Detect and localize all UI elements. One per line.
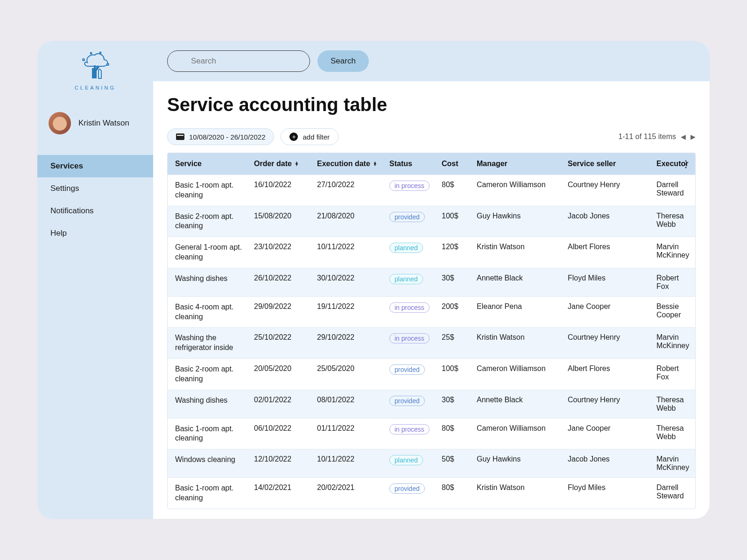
th-status[interactable]: Status bbox=[385, 153, 437, 175]
cell-execution-date: 21/08/2020 bbox=[312, 206, 385, 237]
cell-status: planned bbox=[385, 268, 437, 296]
cell-executor: Marvin McKinney bbox=[652, 449, 695, 477]
topbar: Search bbox=[153, 41, 710, 81]
search-button[interactable]: Search bbox=[317, 50, 369, 72]
th-manager[interactable]: Manager bbox=[472, 153, 563, 175]
search-input[interactable] bbox=[167, 50, 310, 72]
th-execution-date-label: Execution date bbox=[317, 160, 370, 168]
cell-execution-date: 08/01/2022 bbox=[312, 390, 385, 418]
cell-manager: Cameron Williamson bbox=[472, 359, 563, 390]
cell-execution-date: 27/10/2022 bbox=[312, 175, 385, 206]
th-seller[interactable]: Service seller bbox=[563, 153, 652, 175]
cell-manager: Cameron Williamson bbox=[472, 419, 563, 449]
th-cost[interactable]: Cost bbox=[437, 153, 472, 175]
cell-service: Washing dishes bbox=[168, 268, 249, 296]
current-user[interactable]: Kristin Watson bbox=[37, 95, 153, 146]
cell-cost: 80$ bbox=[437, 478, 472, 509]
table-row[interactable]: Basic 1-room apt. cleaning06/10/202201/1… bbox=[168, 418, 695, 449]
app-window: CLEANING Kristin Watson ServicesSettings… bbox=[37, 41, 710, 519]
search-wrap bbox=[167, 50, 310, 72]
cell-status: in process bbox=[385, 297, 437, 328]
cleaning-logo-icon bbox=[78, 51, 113, 83]
cell-service: Basic 1-room apt. cleaning bbox=[168, 419, 249, 449]
cell-execution-date: 30/10/2022 bbox=[312, 268, 385, 296]
sort-icon: ▲▼ bbox=[373, 161, 377, 166]
cell-seller: Courtney Henry bbox=[563, 390, 652, 418]
toolbar: 10/08/2020 - 26/10/2022 + add filter 1-1… bbox=[167, 128, 696, 145]
table-row[interactable]: Washing the refrigerator inside25/10/202… bbox=[168, 327, 695, 358]
sidebar-item-help[interactable]: Help bbox=[37, 222, 153, 245]
pagination-summary: 1-11 of 115 items bbox=[618, 133, 676, 141]
toolbar-left: 10/08/2020 - 26/10/2022 + add filter bbox=[167, 128, 338, 145]
cell-service: Washing dishes bbox=[168, 390, 249, 418]
table-row[interactable]: Basic 2-room apt. cleaning20/05/202025/0… bbox=[168, 358, 695, 390]
cell-service: Basic 4-room apt. cleaning bbox=[168, 297, 249, 328]
cell-executor: Theresa Webb bbox=[652, 419, 695, 449]
date-range-filter[interactable]: 10/08/2020 - 26/10/2022 bbox=[167, 128, 274, 145]
logo: CLEANING bbox=[37, 41, 153, 95]
cell-executor: Bessie Cooper bbox=[652, 297, 695, 328]
service-table: Service Order date ▲▼ Execution date ▲▼ … bbox=[167, 153, 696, 509]
cell-seller: Albert Flores bbox=[563, 237, 652, 268]
cell-status: planned bbox=[385, 449, 437, 477]
sidebar-item-notifications[interactable]: Notifications bbox=[37, 200, 153, 222]
table-row[interactable]: Windows cleaning12/10/202210/11/2022plan… bbox=[168, 449, 695, 477]
table-row[interactable]: Washing dishes26/10/202230/10/2022planne… bbox=[168, 268, 695, 296]
cell-manager: Guy Hawkins bbox=[472, 449, 563, 477]
cell-service: Washing the refrigerator inside bbox=[168, 328, 249, 358]
cell-order-date: 20/05/2020 bbox=[249, 359, 312, 390]
cell-seller: Jacob Jones bbox=[563, 206, 652, 237]
table-row[interactable]: Basic 1-room apt. cleaning14/02/202120/0… bbox=[168, 477, 695, 509]
table-row[interactable]: Basic 4-room apt. cleaning29/09/202219/1… bbox=[168, 296, 695, 328]
cell-service: Basic 1-room apt. cleaning bbox=[168, 175, 249, 206]
table-row[interactable]: Basic 2-room apt. cleaning15/08/202021/0… bbox=[168, 206, 695, 237]
svg-point-2 bbox=[91, 53, 92, 54]
cell-service: General 1-room apt. cleaning bbox=[168, 237, 249, 268]
table-more-icon[interactable]: ⋮ bbox=[681, 158, 690, 169]
status-badge: planned bbox=[389, 243, 423, 253]
cell-manager: Kristin Watson bbox=[472, 328, 563, 358]
svg-point-0 bbox=[83, 59, 85, 61]
th-service[interactable]: Service bbox=[168, 153, 249, 175]
cell-executor: Robert Fox bbox=[652, 359, 695, 390]
status-badge: in process bbox=[389, 333, 430, 343]
sidebar-item-services[interactable]: Services bbox=[37, 155, 153, 177]
calendar-icon bbox=[176, 133, 184, 140]
cell-execution-date: 10/11/2022 bbox=[312, 449, 385, 477]
sort-icon: ▲▼ bbox=[295, 161, 299, 166]
cell-status: in process bbox=[385, 175, 437, 206]
table-row[interactable]: General 1-room apt. cleaning23/10/202210… bbox=[168, 237, 695, 268]
cell-cost: 200$ bbox=[437, 297, 472, 328]
cell-order-date: 15/08/2020 bbox=[249, 206, 312, 237]
status-badge: provided bbox=[389, 483, 425, 494]
user-name: Kristin Watson bbox=[78, 119, 129, 128]
cell-status: provided bbox=[385, 390, 437, 418]
sidebar-item-settings[interactable]: Settings bbox=[37, 177, 153, 200]
cell-execution-date: 29/10/2022 bbox=[312, 328, 385, 358]
cell-order-date: 29/09/2022 bbox=[249, 297, 312, 328]
cell-service: Basic 2-room apt. cleaning bbox=[168, 206, 249, 237]
th-execution-date[interactable]: Execution date ▲▼ bbox=[312, 153, 385, 175]
cell-status: in process bbox=[385, 328, 437, 358]
cell-seller: Floyd Miles bbox=[563, 268, 652, 296]
cell-order-date: 16/10/2022 bbox=[249, 175, 312, 206]
cell-execution-date: 20/02/2021 bbox=[312, 478, 385, 509]
cell-order-date: 23/10/2022 bbox=[249, 237, 312, 268]
cell-executor: Theresa Webb bbox=[652, 206, 695, 237]
status-badge: in process bbox=[389, 302, 430, 313]
table-row[interactable]: Basic 1-room apt. cleaning16/10/202227/1… bbox=[168, 175, 695, 206]
cell-order-date: 06/10/2022 bbox=[249, 419, 312, 449]
cell-seller: Jane Cooper bbox=[563, 297, 652, 328]
cell-manager: Annette Black bbox=[472, 268, 563, 296]
page-next-icon[interactable]: ▶ bbox=[691, 133, 696, 140]
add-filter-button[interactable]: + add filter bbox=[281, 128, 338, 145]
cell-order-date: 02/01/2022 bbox=[249, 390, 312, 418]
status-badge: in process bbox=[389, 424, 430, 434]
date-range-text: 10/08/2020 - 26/10/2022 bbox=[189, 133, 265, 141]
page-prev-icon[interactable]: ◀ bbox=[681, 133, 686, 140]
avatar bbox=[49, 112, 71, 134]
status-badge: provided bbox=[389, 212, 425, 222]
cell-seller: Albert Flores bbox=[563, 359, 652, 390]
table-row[interactable]: Washing dishes02/01/202208/01/2022provid… bbox=[168, 390, 695, 418]
th-order-date[interactable]: Order date ▲▼ bbox=[249, 153, 312, 175]
